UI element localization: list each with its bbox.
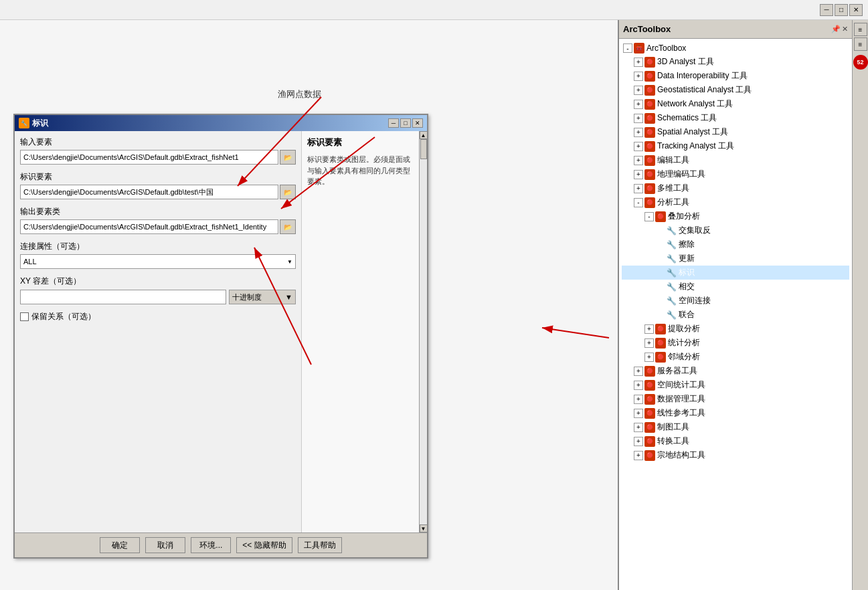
datamgmt-expand-icon[interactable]: + [634,395,643,404]
side-btn-1[interactable]: ≡ [854,23,867,36]
cancel-button[interactable]: 取消 [145,537,185,553]
edit-expand-icon[interactable]: + [634,156,643,165]
preserve-relation-checkbox[interactable] [20,312,29,321]
multidim-toolbox-icon: 🔴 [644,183,655,194]
identity-tool-icon: 🔧 [666,268,677,278]
tree-item-geodata[interactable]: + 🔴 宗地结构工具 [622,448,849,462]
dialog-min-btn[interactable]: ─ [388,118,399,128]
close-button[interactable]: ✕ [849,4,863,16]
tree-item-datamgmt[interactable]: + 🔴 数据管理工具 [622,392,849,406]
intersect-tool-icon: 🔧 [666,282,677,292]
xy-tolerance-field[interactable] [20,290,226,304]
identity-feature-field[interactable] [20,185,278,199]
carto-expand-icon[interactable]: + [634,423,643,432]
tree-item-carto[interactable]: + 🔴 制图工具 [622,420,849,434]
spatial-expand-icon[interactable]: + [634,128,643,137]
scroll-thumb[interactable] [420,139,427,159]
tree-item-convert[interactable]: + 🔴 转换工具 [622,434,849,448]
toolbox-body: - 🧰 ArcToolbox + 🔴 3D Analyst 工具 [619,39,852,590]
geodata-expand-icon[interactable]: + [634,451,643,460]
tree-item-network[interactable]: + 🔴 Network Analyst 工具 [622,97,849,111]
hide-help-button[interactable]: << 隐藏帮助 [236,537,292,553]
maximize-button[interactable]: □ [835,4,848,16]
scroll-down-btn[interactable]: ▼ [420,524,428,532]
tree-item-union[interactable]: + 🔧 联合 [622,308,849,322]
tree-item-server[interactable]: + 🔴 服务器工具 [622,364,849,378]
toolbox-close-btn[interactable]: ✕ [842,25,848,33]
linearref-expand-icon[interactable]: + [634,409,643,418]
xy-unit-value: 十进制度 [232,292,262,302]
tree-interop-row: + 🔴 Data Interoperability 工具 [632,70,849,82]
linearref-label: 线性参考工具 [657,407,705,419]
tree-item-spatial-join[interactable]: + 🔧 空间连接 [622,294,849,308]
tree-item-erase[interactable]: + 🔧 擦除 [622,237,849,252]
input-feature-field[interactable] [20,150,278,165]
overlay-toolbox-icon: 🔴 [655,211,666,222]
toolbox-pin-btn[interactable]: 📌 [831,25,841,33]
tree-item-extract[interactable]: + 🔴 提取分析 [622,322,849,336]
proximity-expand-icon[interactable]: + [644,353,654,362]
3d-expand-icon[interactable]: + [634,58,643,67]
tool-help-button[interactable]: 工具帮助 [298,537,342,553]
tree-item-interop[interactable]: + 🔴 Data Interoperability 工具 [622,69,849,83]
tracking-expand-icon[interactable]: + [634,142,643,151]
tree-item-overlay[interactable]: - 🔴 叠加分析 [622,209,849,223]
interop-label: Data Interoperability 工具 [657,70,748,82]
interop-expand-icon[interactable]: + [634,72,643,81]
tree-item-stats[interactable]: + 🔴 统计分析 [622,336,849,350]
convert-expand-icon[interactable]: + [634,437,643,446]
tree-item-3d[interactable]: + 🔴 3D Analyst 工具 [622,55,849,69]
preserve-relation-label: 保留关系（可选） [31,311,96,322]
overlay-expand-icon[interactable]: - [644,212,654,221]
tree-root-item[interactable]: - 🧰 ArcToolbox [622,41,849,55]
output-feature-browse-btn[interactable]: 📂 [280,219,296,234]
tree-update-row: + 🔧 更新 [654,252,849,265]
analysis-expand-icon[interactable]: - [634,198,643,207]
extract-expand-icon[interactable]: + [644,324,654,334]
tree-item-identity[interactable]: + 🔧 标识 [622,266,849,280]
output-feature-field[interactable] [20,219,278,234]
tree-item-linearref[interactable]: + 🔴 线性参考工具 [622,406,849,420]
network-expand-icon[interactable]: + [634,100,643,109]
server-expand-icon[interactable]: + [634,367,643,376]
tree-item-multidim[interactable]: + 🔴 多维工具 [622,181,849,195]
multidim-expand-icon[interactable]: + [634,184,643,193]
input-feature-browse-btn[interactable]: 📂 [280,150,296,165]
root-expand-icon[interactable]: - [623,43,632,53]
tree-item-intersect-inv[interactable]: + 🔧 交集取反 [622,223,849,237]
tree-overlay-row: - 🔴 叠加分析 [643,210,849,223]
stats-expand-icon[interactable]: + [644,338,654,348]
join-attr-select[interactable]: ALL ▼ [20,254,296,269]
toolbox-header: ArcToolbox 📌 ✕ [619,20,852,39]
tree-item-update[interactable]: + 🔧 更新 [622,252,849,266]
intersect-label: 相交 [679,281,695,292]
identity-feature-browse-btn[interactable]: 📂 [280,185,296,199]
side-btn-2[interactable]: ≡ [854,37,867,51]
input-feature-group: 输入要素 📂 [20,136,296,165]
tree-item-geocode[interactable]: + 🔴 地理编码工具 [622,167,849,181]
dialog-close-btn[interactable]: ✕ [412,118,423,128]
tree-item-geostat[interactable]: + 🔴 Geostatistical Analyst 工具 [622,83,849,97]
tree-item-schematics[interactable]: + 🔴 Schematics 工具 [622,111,849,125]
env-button[interactable]: 环境... [191,537,231,553]
geostat-expand-icon[interactable]: + [634,86,643,95]
schematics-expand-icon[interactable]: + [634,114,643,123]
xy-unit-select[interactable]: 十进制度 ▼ [229,290,296,304]
scroll-up-btn[interactable]: ▲ [420,131,428,139]
identity-feature-group: 标识要素 📂 [20,171,296,199]
dialog-title-left: 🔧 标识 [19,118,48,129]
confirm-button[interactable]: 确定 [100,537,140,553]
dialog-max-btn[interactable]: □ [400,118,411,128]
xy-tolerance-label: XY 容差（可选） [20,276,296,287]
minimize-button[interactable]: ─ [820,4,833,16]
tree-item-proximity[interactable]: + 🔴 邻域分析 [622,350,849,364]
tree-item-intersect[interactable]: + 🔧 相交 [622,280,849,294]
spatialstat-expand-icon[interactable]: + [634,381,643,390]
tree-item-spatialstat[interactable]: + 🔴 空间统计工具 [622,378,849,392]
geocode-expand-icon[interactable]: + [634,170,643,179]
tree-item-tracking[interactable]: + 🔴 Tracking Analyst 工具 [622,139,849,153]
tree-item-analysis[interactable]: - 🔴 分析工具 [622,195,849,209]
tree-item-spatial[interactable]: + 🔴 Spatial Analyst 工具 [622,125,849,139]
tree-item-edit[interactable]: + 🔴 编辑工具 [622,153,849,167]
geocode-toolbox-icon: 🔴 [644,169,655,180]
